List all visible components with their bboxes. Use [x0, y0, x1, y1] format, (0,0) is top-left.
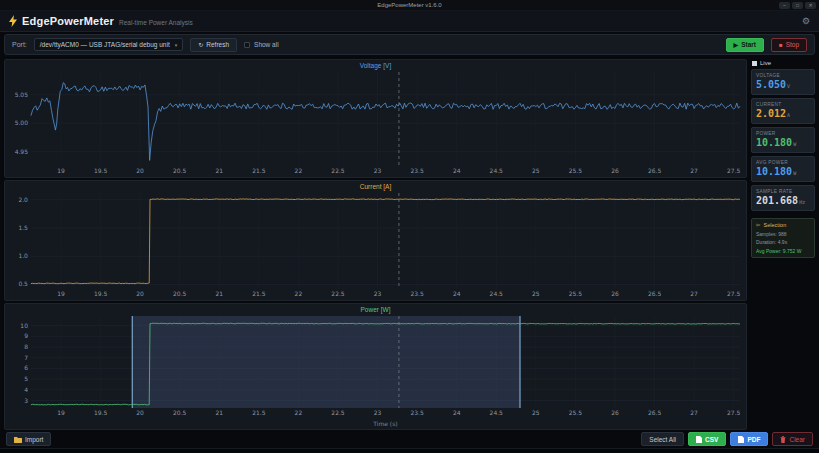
- port-label: Port:: [12, 41, 27, 48]
- svg-text:23: 23: [374, 290, 382, 297]
- svg-text:23.5: 23.5: [410, 167, 423, 174]
- live-square-icon: [752, 61, 757, 66]
- clear-button[interactable]: Clear: [772, 432, 813, 446]
- svg-text:19: 19: [57, 167, 65, 174]
- svg-text:23.5: 23.5: [410, 409, 423, 416]
- metric-card-sample-rate: SAMPLE RATE201.668Hz: [751, 185, 815, 211]
- series-line: [31, 199, 740, 284]
- metric-card-current: CURRENT2.012A: [751, 98, 815, 124]
- svg-text:22.5: 22.5: [331, 409, 344, 416]
- play-icon: ▶: [734, 42, 739, 48]
- svg-text:21.5: 21.5: [252, 167, 265, 174]
- svg-text:25.5: 25.5: [569, 409, 582, 416]
- svg-text:27: 27: [690, 290, 698, 297]
- current-chart[interactable]: 0.51.01.52.01919.52020.52121.52222.52323…: [5, 181, 746, 300]
- svg-text:6: 6: [24, 364, 28, 371]
- svg-text:24: 24: [453, 290, 461, 297]
- svg-text:26.5: 26.5: [648, 167, 661, 174]
- metric-value: 201.668Hz: [756, 195, 810, 206]
- app-subtitle: Real-time Power Analysis: [119, 19, 193, 26]
- x-axis-label: Time (s): [372, 420, 397, 427]
- main-area: Voltage [V]4.955.005.051919.52020.52121.…: [0, 57, 819, 430]
- svg-text:22.5: 22.5: [331, 167, 344, 174]
- grid-lines: 4.955.005.051919.52020.52121.52222.52323…: [15, 72, 741, 174]
- selection-panel: ✂ Selection Samples: 988Duration: 4.9sAv…: [751, 218, 815, 258]
- refresh-button[interactable]: ↻ Refresh: [190, 38, 237, 52]
- svg-text:24.5: 24.5: [490, 167, 503, 174]
- svg-text:26.5: 26.5: [648, 409, 661, 416]
- metric-value: 10.180W: [756, 166, 810, 177]
- svg-text:22: 22: [295, 290, 303, 297]
- series-line: [31, 83, 740, 161]
- metric-label: SAMPLE RATE: [756, 189, 810, 194]
- svg-text:22.5: 22.5: [331, 290, 344, 297]
- svg-text:20.5: 20.5: [173, 167, 186, 174]
- window-controls: – □ ✕: [779, 2, 816, 9]
- live-label: Live: [760, 60, 771, 66]
- lightning-icon: [9, 15, 17, 27]
- svg-text:20: 20: [136, 290, 144, 297]
- svg-text:22: 22: [295, 167, 303, 174]
- metric-label: VOLTAGE: [756, 73, 810, 78]
- show-all-toggle[interactable]: Show all: [244, 41, 279, 48]
- stop-icon: ■: [779, 42, 783, 48]
- svg-text:21.5: 21.5: [252, 409, 265, 416]
- voltage-chart-panel: Voltage [V]4.955.005.051919.52020.52121.…: [4, 59, 747, 178]
- start-button[interactable]: ▶ Start: [726, 38, 764, 52]
- svg-text:27.5: 27.5: [727, 290, 740, 297]
- svg-text:0.5: 0.5: [18, 280, 28, 287]
- svg-text:25.5: 25.5: [569, 290, 582, 297]
- metric-card-avg-power: AVG POWER10.180W: [751, 156, 815, 182]
- svg-text:25: 25: [532, 409, 540, 416]
- svg-text:8: 8: [24, 343, 28, 350]
- svg-text:23: 23: [374, 167, 382, 174]
- metric-label: POWER: [756, 131, 810, 136]
- svg-text:19.5: 19.5: [94, 409, 107, 416]
- selection-region[interactable]: [132, 316, 520, 408]
- live-sidebar: Live VOLTAGE5.050VCURRENT2.012APOWER10.1…: [751, 59, 815, 430]
- svg-text:24.5: 24.5: [490, 290, 503, 297]
- export-csv-button[interactable]: CSV: [688, 432, 726, 446]
- metric-label: AVG POWER: [756, 160, 810, 165]
- metric-value: 5.050V: [756, 79, 810, 90]
- stop-button[interactable]: ■ Stop: [771, 38, 807, 52]
- svg-text:23: 23: [374, 409, 382, 416]
- selection-stat: Avg Power: 9.752 W: [756, 248, 810, 254]
- svg-text:27.5: 27.5: [727, 167, 740, 174]
- settings-gear-icon[interactable]: ⚙: [802, 17, 810, 26]
- port-select[interactable]: /dev/ttyACM0 — USB JTAG/serial debug uni…: [34, 38, 183, 51]
- minimize-button[interactable]: –: [779, 2, 790, 9]
- folder-icon: [14, 436, 22, 443]
- svg-text:10: 10: [20, 322, 28, 329]
- select-all-button[interactable]: Select All: [641, 432, 684, 446]
- titlebar: EdgePowerMeter v1.6.0 – □ ✕: [0, 0, 819, 11]
- svg-text:27: 27: [690, 409, 698, 416]
- svg-text:26: 26: [611, 167, 619, 174]
- svg-text:1.5: 1.5: [18, 224, 28, 231]
- show-all-checkbox[interactable]: [244, 42, 250, 48]
- svg-text:26.5: 26.5: [648, 290, 661, 297]
- maximize-button[interactable]: □: [792, 2, 803, 9]
- live-indicator: Live: [751, 60, 815, 66]
- svg-text:5: 5: [24, 375, 28, 382]
- port-select-value: /dev/ttyACM0 — USB JTAG/serial debug uni…: [40, 41, 170, 48]
- svg-text:19: 19: [57, 409, 65, 416]
- app-title: EdgePowerMeter: [22, 15, 114, 27]
- svg-text:27: 27: [690, 167, 698, 174]
- svg-text:7: 7: [24, 354, 28, 361]
- svg-text:2.0: 2.0: [18, 196, 28, 203]
- svg-text:19: 19: [57, 290, 65, 297]
- svg-text:4.95: 4.95: [15, 148, 28, 155]
- svg-text:5.05: 5.05: [15, 91, 28, 98]
- import-button[interactable]: Import: [6, 432, 51, 446]
- svg-text:20.5: 20.5: [173, 290, 186, 297]
- metric-label: CURRENT: [756, 102, 810, 107]
- svg-text:20: 20: [136, 167, 144, 174]
- power-chart[interactable]: 3456789101919.52020.52121.52222.52323.52…: [5, 304, 746, 429]
- svg-text:25.5: 25.5: [569, 167, 582, 174]
- voltage-chart[interactable]: 4.955.005.051919.52020.52121.52222.52323…: [5, 60, 746, 177]
- svg-text:3: 3: [24, 397, 28, 404]
- export-pdf-button[interactable]: PDF: [730, 432, 768, 446]
- power-chart-panel: Power [W]3456789101919.52020.52121.52222…: [4, 303, 747, 430]
- close-button[interactable]: ✕: [805, 2, 816, 9]
